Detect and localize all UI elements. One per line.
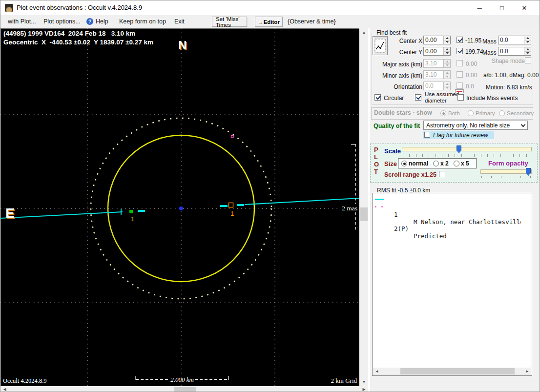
center-x-fit-checkbox[interactable]: [457, 37, 463, 43]
spin-down-icon: [444, 64, 450, 68]
list-hscrollbar[interactable]: ◀ ▶: [373, 368, 531, 375]
orientation-fit-checkbox: [457, 83, 463, 89]
minimize-icon[interactable]: ─: [468, 0, 491, 15]
help-icon[interactable]: ?: [86, 18, 93, 25]
center-x-spinner[interactable]: 0.00: [423, 36, 451, 44]
plot-version-label: Occult 4.2024.8.9: [3, 377, 47, 384]
include-miss-checkbox[interactable]: [457, 94, 464, 101]
observer-time-label: {Observer & time}: [288, 18, 336, 25]
form-opacity-label: Form opacity: [488, 160, 528, 167]
spin-up-icon: [444, 60, 450, 64]
mass-x-spinner[interactable]: 0.0: [498, 36, 531, 44]
double-secondary-radio: [499, 110, 505, 116]
observer-name: M Nelson, near Charlottesville: [414, 218, 521, 226]
form-opacity-slider[interactable]: [480, 169, 532, 174]
observer-list[interactable]: 1 M Nelson, near Charlottesville 2(P) Pr…: [372, 193, 532, 376]
quality-label: Quality of the fit: [374, 123, 420, 129]
window-title: Plot event observations : Occult v.4.202…: [17, 4, 142, 11]
minor-fit-value: 0.00: [466, 72, 477, 79]
spin-up-icon[interactable]: [524, 36, 531, 41]
size-normal-radio[interactable]: [401, 161, 407, 166]
spin-up-icon[interactable]: [524, 47, 531, 52]
scroll-left-icon[interactable]: ◀: [374, 368, 380, 375]
editor-button[interactable]: →Editor: [255, 17, 283, 27]
scale-slider[interactable]: [402, 147, 532, 151]
plot-hscrollbar[interactable]: ◀ ▶: [0, 386, 368, 392]
control-panel: Find best fit Center X 0.00 -11.95 Mass …: [370, 28, 540, 392]
app-window: Plot event observations : Occult v.4.202…: [0, 0, 540, 392]
circular-checkbox[interactable]: [374, 94, 381, 101]
plot-vscrollbar[interactable]: ▲ ▼: [360, 28, 368, 386]
size-x2-label: x 2: [440, 160, 449, 167]
plot-title: (44985) 1999 VD164 2024 Feb 18 3.10 km: [3, 30, 135, 37]
set-miss-times-button[interactable]: Set 'Miss' Times: [212, 17, 247, 27]
menu-with-plot[interactable]: with Plot...: [8, 18, 36, 25]
minor-axis-spinner[interactable]: 3.10: [423, 70, 451, 79]
double-both-radio: [440, 110, 446, 116]
use-assumed-label-2: diameter: [425, 98, 447, 103]
orientation-spinner[interactable]: 0.0: [423, 82, 451, 90]
menu-exit[interactable]: Exit: [174, 18, 185, 25]
chord-swatch-icon: [375, 199, 384, 200]
menu-plot-options[interactable]: Plot options...: [43, 18, 81, 25]
shape-model-checkbox: [525, 57, 531, 63]
mass-y-spinner[interactable]: 0.0: [498, 47, 531, 56]
vscroll-thumb[interactable]: [360, 207, 368, 221]
event-label-1: 1: [131, 215, 134, 223]
list-item[interactable]: 1 M Nelson, near Charlottesville: [373, 196, 532, 203]
center-y-spinner[interactable]: 0.00: [423, 47, 451, 56]
chevron-down-icon: [521, 122, 526, 127]
size-x5-label: x 5: [461, 160, 469, 167]
quality-dropdown[interactable]: Astrometry only. No reliable size: [423, 121, 528, 130]
spin-down-icon[interactable]: [524, 41, 531, 44]
north-label: N: [178, 39, 187, 52]
scroll-range-checkbox[interactable]: [439, 171, 445, 177]
center-x-fit-value: -11.95: [465, 37, 481, 44]
scroll-right-icon[interactable]: ▶: [524, 368, 531, 375]
close-icon[interactable]: ✕: [513, 0, 536, 15]
observer-number: 2(P): [394, 225, 409, 232]
plot-canvas[interactable]: 1 1 2 mas N N E E 2.000 km O: [0, 28, 359, 386]
ab-dmag-label: a/b: 1.00, dMag: 0.00: [483, 72, 539, 79]
center-y-fit-checkbox[interactable]: [457, 48, 463, 54]
list-hscroll-thumb[interactable]: [400, 368, 515, 374]
plot-letter-p: P: [374, 146, 378, 153]
predicted-swatch-icon: [375, 206, 376, 207]
minor-fit-checkbox: [457, 71, 463, 78]
scroll-right-icon[interactable]: ▶: [361, 386, 367, 392]
minor-axis-label: Minor axis (km): [375, 72, 422, 79]
use-assumed-checkbox[interactable]: [415, 94, 421, 101]
size-x2-radio[interactable]: [433, 161, 439, 166]
spin-up-icon[interactable]: [444, 36, 450, 41]
use-assumed-label-1: Use assumed: [425, 91, 459, 97]
size-normal-label: normal: [409, 160, 428, 167]
scroll-up-icon[interactable]: ▲: [360, 29, 368, 36]
hscroll-thumb[interactable]: [174, 387, 196, 392]
disappearance-marker: [129, 210, 133, 213]
menu-help[interactable]: Help: [96, 18, 108, 25]
spin-down-icon[interactable]: [524, 52, 531, 56]
scroll-down-icon[interactable]: ▼: [360, 379, 368, 385]
form-opacity-ticks: [481, 176, 531, 178]
maximize-icon[interactable]: □: [491, 0, 513, 15]
scroll-left-icon[interactable]: ◀: [1, 386, 8, 392]
list-item[interactable]: 2(P) Predicted: [373, 203, 532, 210]
spin-up-icon[interactable]: [444, 47, 450, 52]
plot-graphics: 1 1 2 mas N N E E 2.000 km O: [0, 28, 359, 386]
double-both-label: Both: [448, 110, 460, 116]
app-icon: [5, 4, 13, 12]
flag-review-checkbox[interactable]: [424, 132, 430, 138]
menu-bar: with Plot... Plot options... ? Help Keep…: [0, 15, 540, 28]
size-x5-radio[interactable]: [454, 161, 459, 166]
major-fit-value: 0.00: [466, 61, 477, 67]
menu-keep-on-top[interactable]: Keep form on top: [119, 18, 166, 25]
mas-label: 2 mas: [342, 205, 357, 212]
spin-down-icon[interactable]: [444, 41, 450, 44]
orientation-fit-value: 0.0: [466, 83, 474, 90]
mas-bracket: [351, 144, 355, 230]
double-primary-radio: [468, 110, 474, 116]
plot-letter-o: O: [374, 161, 379, 168]
major-axis-spinner[interactable]: 3.10: [423, 59, 451, 68]
spin-down-icon[interactable]: [444, 52, 450, 56]
spin-down-icon: [444, 75, 450, 79]
